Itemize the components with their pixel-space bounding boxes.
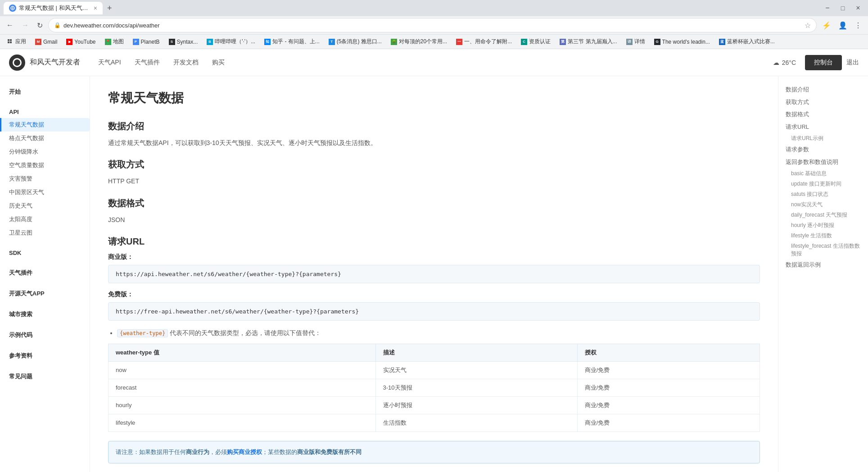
right-sidebar-item-returns[interactable]: 返回参数和数值说明	[786, 158, 861, 167]
nav-weather-plugin[interactable]: 天气插件	[135, 59, 160, 67]
url-bar[interactable]: 🔒 dev.heweather.com/docs/api/weather ☆	[48, 18, 817, 32]
console-button[interactable]: 控制台	[805, 55, 842, 70]
bookmark-syntax[interactable]: S Syntax...	[165, 38, 202, 46]
account-button[interactable]: 👤	[836, 19, 850, 32]
sidebar-heading-sdk[interactable]: SDK	[0, 247, 90, 259]
access-method-value: HTTP GET	[108, 176, 760, 186]
table-cell-type-forecast: forecast	[108, 379, 376, 396]
bookmark-tree[interactable]: 🌳 对每顶的20个常用...	[387, 37, 451, 46]
weather-display: ☁ 26°C	[773, 59, 796, 66]
right-sidebar-sub-url-example[interactable]: 请求URL示例	[786, 135, 861, 142]
table-cell-type-lifestyle: lifestyle	[108, 414, 376, 431]
bookmark-contest[interactable]: 蓝 蓝桥杯嵌入式比赛...	[715, 37, 778, 46]
bookmark-yiyan[interactable]: 一 一、用命令了解附...	[452, 37, 515, 46]
weather-icon: ☁	[773, 59, 779, 66]
bookmark-conf[interactable]: 第 第三节 第九届巅入...	[556, 37, 620, 46]
sidebar-section-openapp: 开源天气APP	[0, 287, 90, 300]
section-title-access: 获取方式	[108, 159, 760, 171]
bookmark-td[interactable]: T (5条消息) 雅思口...	[325, 37, 385, 46]
extensions-button[interactable]: ⚡	[819, 19, 834, 32]
table-row: now 实况天气 商业/免费	[108, 361, 760, 379]
yiyan-icon: 一	[456, 39, 462, 45]
sidebar-heading-sample[interactable]: 示例代码	[0, 328, 90, 342]
active-tab[interactable]: 常规天气数据 | 和风天气开发平台 ×	[4, 2, 103, 14]
table-header-auth: 授权	[577, 344, 760, 361]
right-sidebar-item-access[interactable]: 获取方式	[786, 98, 861, 107]
sidebar-heading-reference[interactable]: 参考资料	[0, 349, 90, 363]
sidebar-item-scenic-weather[interactable]: 中国景区天气	[0, 186, 90, 199]
logout-button[interactable]: 退出	[846, 59, 859, 67]
menu-button[interactable]: ⋮	[852, 19, 864, 32]
bookmark-td-label: (5条消息) 雅思口...	[337, 38, 382, 45]
maximize-button[interactable]: □	[836, 2, 849, 14]
table-cell-type-now: now	[108, 361, 376, 379]
table-cell-auth-hourly: 商业/免费	[577, 396, 760, 414]
sidebar-item-satellite[interactable]: 卫星云图	[0, 226, 90, 240]
sidebar-heading-plugin[interactable]: 天气插件	[0, 266, 90, 280]
forward-button[interactable]: →	[19, 19, 32, 31]
sidebar-section-start: 开始	[0, 85, 90, 99]
bookmark-github[interactable]: G The world's leadin...	[651, 38, 714, 46]
right-sidebar-sub-status[interactable]: satuts 接口状态	[786, 191, 861, 198]
right-sidebar-item-params[interactable]: 请求参数	[786, 145, 861, 154]
sidebar-item-disaster[interactable]: 灾害预警	[0, 172, 90, 186]
bookmark-apps[interactable]: 应用	[4, 37, 30, 46]
sidebar-item-grid-weather[interactable]: 格点天气数据	[0, 132, 90, 145]
right-sidebar-sub-daily[interactable]: daily_forecast 天气预报	[786, 211, 861, 219]
right-sidebar-sub-now[interactable]: now实况天气	[786, 201, 861, 209]
free-label: 免费版：	[108, 290, 760, 299]
bookmark-youtube[interactable]: ▶ YouTube	[63, 38, 99, 46]
right-sidebar-sub-lifestyle[interactable]: lifestyle 生活指数	[786, 232, 861, 240]
youtube-icon: ▶	[66, 39, 72, 45]
sidebar-item-solar[interactable]: 太阳高度	[0, 213, 90, 226]
right-sidebar-item-format[interactable]: 数据格式	[786, 110, 861, 119]
bookmark-yiyan-label: 一、用命令了解附...	[464, 38, 512, 45]
back-button[interactable]: ←	[4, 19, 16, 31]
minimize-button[interactable]: −	[821, 2, 834, 14]
site-nav: 和风天气开发者 天气API 天气插件 开发文档 购买 ☁ 26°C 控制台 退出	[0, 49, 868, 76]
sidebar-item-history[interactable]: 历史天气	[0, 199, 90, 213]
bookmark-maps[interactable]: 📍 地图	[101, 37, 127, 46]
commercial-url[interactable]: https://api.heweather.net/s6/weather/{we…	[108, 265, 760, 283]
bookmark-planetb[interactable]: P PlanetB	[129, 38, 163, 46]
tab-close-btn[interactable]: ×	[94, 5, 97, 12]
free-url[interactable]: https://free-api.heweather.net/s6/weathe…	[108, 302, 760, 321]
sidebar-heading-faq[interactable]: 常见问题	[0, 370, 90, 383]
nav-docs[interactable]: 开发文档	[173, 59, 199, 67]
right-sidebar-sub-lifestyle-forecast[interactable]: lifestyle_forecast 生活指数数预报	[786, 242, 861, 258]
main-content: 常规天气数据 数据介绍 通过常规天气数据API，可以获取到3-10天天气预报、实…	[90, 76, 778, 472]
nav-weather-api[interactable]: 天气API	[98, 59, 121, 67]
sidebar-item-regular-weather[interactable]: 常规天气数据	[0, 118, 90, 132]
data-format-value: JSON	[108, 215, 760, 225]
bookmark-zhihu[interactable]: 知 知乎 - 有问题、上...	[261, 37, 323, 46]
sidebar-item-minute-rain[interactable]: 分钟级降水	[0, 145, 90, 159]
section-title-url: 请求URL	[108, 236, 760, 248]
site-logo[interactable]: 和风天气开发者	[9, 54, 80, 71]
reload-button[interactable]: ↻	[34, 19, 45, 32]
new-tab-button[interactable]: +	[104, 4, 115, 13]
sidebar-heading-start: 开始	[0, 85, 90, 99]
gmail-icon: M	[35, 39, 41, 45]
right-sidebar-item-intro[interactable]: 数据介绍	[786, 85, 861, 94]
right-sidebar-item-data-example[interactable]: 数据返回示例	[786, 260, 861, 269]
note-text-semi: ；某些数据的	[262, 449, 297, 455]
nav-buy[interactable]: 购买	[212, 59, 225, 67]
right-sidebar-sub-basic[interactable]: basic 基础信息	[786, 170, 861, 177]
bookmark-cert[interactable]: C 资质认证	[517, 37, 554, 46]
sidebar-item-air-quality[interactable]: 空气质量数据	[0, 159, 90, 172]
right-sidebar-item-url[interactable]: 请求URL	[786, 123, 861, 132]
right-sidebar-sub-hourly[interactable]: hourly 逐小时预报	[786, 222, 861, 229]
bookmark-gmail[interactable]: M Gmail	[32, 38, 61, 46]
bookmark-github-label: The world's leadin...	[662, 39, 710, 45]
weather-type-code: {weather-type}	[117, 329, 168, 337]
maps-icon: 📍	[105, 39, 111, 45]
note-buy-link[interactable]: 购买商业授权	[227, 449, 262, 455]
url-note-item-1: {weather-type} 代表不同的天气数据类型，必选，请使用以下值替代：	[117, 328, 760, 338]
bookmark-bilibili[interactable]: B 哔哩哔哩（'·'）...	[203, 37, 259, 46]
bookmark-detail[interactable]: 详 详情	[623, 37, 649, 46]
close-button[interactable]: ×	[852, 2, 864, 14]
sidebar-heading-city[interactable]: 城市搜索	[0, 308, 90, 321]
bookmark-star-icon[interactable]: ☆	[805, 21, 811, 30]
right-sidebar-sub-update[interactable]: update 接口更新时间	[786, 180, 861, 188]
sidebar-heading-openapp[interactable]: 开源天气APP	[0, 287, 90, 300]
